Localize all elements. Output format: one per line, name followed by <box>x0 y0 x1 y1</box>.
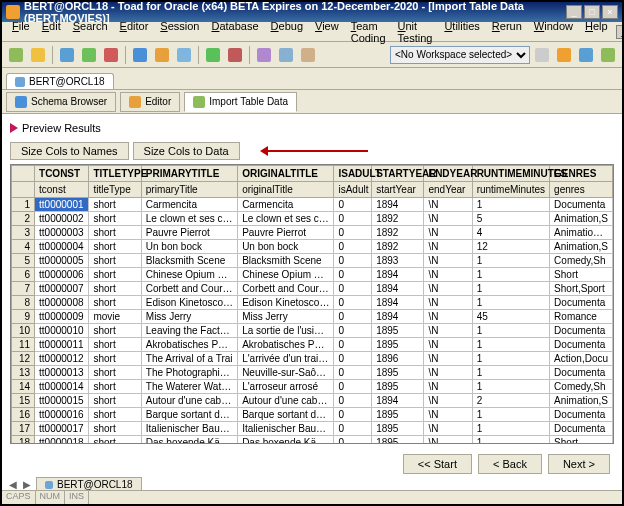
tabs-left-icon[interactable]: ◀ <box>6 479 20 490</box>
col-header-endyear[interactable]: ENDYEAR <box>424 166 472 182</box>
col-header-runtimeminutes[interactable]: runtimeMinutes <box>472 182 549 198</box>
data-grid[interactable]: TCONSTTITLETYPEPRIMARYTITLEORIGINALTITLE… <box>10 164 614 444</box>
menu-editor[interactable]: Editor <box>114 18 155 46</box>
tabs-right-icon[interactable]: ▶ <box>20 479 34 490</box>
menu-utilities[interactable]: Utilities <box>438 18 485 46</box>
table-row[interactable]: 2tt0000002shortLe clown et ses chienLe c… <box>12 212 613 226</box>
toolbar-misc2-icon[interactable] <box>276 45 296 65</box>
table-row[interactable]: 17tt0000017shortItalienischer BauerntIta… <box>12 422 613 436</box>
col-header-originaltitle[interactable]: ORIGINALTITLE <box>238 166 334 182</box>
toolbar-misc3-icon[interactable] <box>298 45 318 65</box>
toolbar-new-icon[interactable] <box>6 45 26 65</box>
menu-session[interactable]: Session <box>154 18 205 46</box>
table-row[interactable]: 9tt0000009movieMiss JerryMiss Jerry01894… <box>12 310 613 324</box>
toolbar-run-icon[interactable] <box>203 45 223 65</box>
menu-team-coding[interactable]: Team Coding <box>345 18 392 46</box>
col-header-startyear[interactable]: STARTYEAR <box>372 166 424 182</box>
menu-edit[interactable]: Edit <box>36 18 67 46</box>
wizard-nav: << Start < Back Next > <box>403 454 610 474</box>
content-area: Preview Results Size Cols to Names Size … <box>2 114 622 452</box>
connection-tab[interactable]: BERT@ORCL18 <box>6 73 114 89</box>
menu-rerun[interactable]: Rerun <box>486 18 528 46</box>
col-header-primarytitle[interactable]: PRIMARYTITLE <box>141 166 237 182</box>
col-header-primarytitle[interactable]: primaryTitle <box>141 182 237 198</box>
table-row[interactable]: 6tt0000006shortChinese Opium DenChinese … <box>12 268 613 282</box>
statusbar: CAPS NUM INS <box>2 490 622 504</box>
workspace-select[interactable]: <No Workspace selected> <box>390 46 530 64</box>
doc-tab-editor[interactable]: Editor <box>120 92 180 112</box>
table-row[interactable]: 7tt0000007shortCorbett and CourtneCorbet… <box>12 282 613 296</box>
col-header-tconst[interactable]: TCONST <box>35 166 89 182</box>
menu-file[interactable]: File <box>6 18 36 46</box>
table-row[interactable]: 11tt0000011shortAkrobatisches PotpoAkrob… <box>12 338 613 352</box>
start-button[interactable]: << Start <box>403 454 472 474</box>
document-tabs: Schema BrowserEditorImport Table Data <box>2 90 622 114</box>
table-row[interactable]: 18tt0000018shortDas boxende KängurDas bo… <box>12 436 613 445</box>
menu-search[interactable]: Search <box>67 18 114 46</box>
table-row[interactable]: 4tt0000004shortUn bon bockUn bon bock018… <box>12 240 613 254</box>
menu-view[interactable]: View <box>309 18 345 46</box>
size-cols-names-button[interactable]: Size Cols to Names <box>10 142 129 160</box>
toolbar-stop-icon[interactable] <box>225 45 245 65</box>
table-row[interactable]: 14tt0000014shortThe Waterer WatereL'arro… <box>12 380 613 394</box>
status-ins: INS <box>65 491 89 504</box>
col-header-tconst[interactable]: tconst <box>35 182 89 198</box>
toolbar-misc1-icon[interactable] <box>254 45 274 65</box>
table-row[interactable]: 1tt0000001shortCarmencitaCarmencita01894… <box>12 198 613 212</box>
doc-tab-import-table-data[interactable]: Import Table Data <box>184 92 297 112</box>
table-row[interactable]: 15tt0000015shortAutour d'une cabineAutou… <box>12 394 613 408</box>
toolbar-db-icon[interactable] <box>130 45 150 65</box>
preview-label: Preview Results <box>22 122 101 134</box>
next-button[interactable]: Next > <box>548 454 610 474</box>
toolbar-ws2-icon[interactable] <box>554 45 574 65</box>
col-header-endyear[interactable]: endYear <box>424 182 472 198</box>
connection-tabs: BERT@ORCL18 <box>2 68 622 90</box>
menu-unit-testing[interactable]: Unit Testing <box>392 18 439 46</box>
table-row[interactable]: 16tt0000016shortBarque sortant du poBarq… <box>12 408 613 422</box>
col-header-titletype[interactable]: titleType <box>89 182 141 198</box>
col-header-genres[interactable]: GENRES <box>550 166 613 182</box>
toolbar-commit-icon[interactable] <box>79 45 99 65</box>
col-header-originaltitle[interactable]: originalTitle <box>238 182 334 198</box>
toolbar-open-icon[interactable] <box>28 45 48 65</box>
table-row[interactable]: 3tt0000003shortPauvre PierrotPauvre Pier… <box>12 226 613 240</box>
mdi-minimize-button[interactable]: _ <box>616 25 624 39</box>
toolbar-ws4-icon[interactable] <box>598 45 618 65</box>
menu-database[interactable]: Database <box>205 18 264 46</box>
annotation-arrow-icon <box>268 150 368 152</box>
menu-debug[interactable]: Debug <box>265 18 309 46</box>
table-row[interactable]: 10tt0000010shortLeaving the FactoryLa so… <box>12 324 613 338</box>
back-button[interactable]: < Back <box>478 454 542 474</box>
doc-tab-schema-browser[interactable]: Schema Browser <box>6 92 116 112</box>
connection-tab-label: BERT@ORCL18 <box>29 76 105 87</box>
status-num: NUM <box>36 491 66 504</box>
toolbar-grid-icon[interactable] <box>174 45 194 65</box>
status-caps: CAPS <box>2 491 36 504</box>
size-cols-data-button[interactable]: Size Cols to Data <box>133 142 240 160</box>
toolbar-rollback-icon[interactable] <box>101 45 121 65</box>
menubar: FileEditSearchEditorSessionDatabaseDebug… <box>2 22 622 42</box>
menu-help[interactable]: Help <box>579 18 614 46</box>
col-header-genres[interactable]: genres <box>550 182 613 198</box>
table-row[interactable]: 5tt0000005shortBlacksmith SceneBlacksmit… <box>12 254 613 268</box>
col-header-isadult[interactable]: ISADULT <box>334 166 372 182</box>
toolbar-ws1-icon[interactable] <box>532 45 552 65</box>
main-toolbar: <No Workspace selected> <box>2 42 622 68</box>
table-row[interactable]: 13tt0000013shortThe Photographical CNeuv… <box>12 366 613 380</box>
table-row[interactable]: 12tt0000012shortThe Arrival of a TraiL'a… <box>12 352 613 366</box>
table-row[interactable]: 8tt0000008shortEdison Kinetoscopic FEdis… <box>12 296 613 310</box>
toolbar-sql-icon[interactable] <box>152 45 172 65</box>
col-header-titletype[interactable]: TITLETYPE <box>89 166 141 182</box>
col-header-startyear[interactable]: startYear <box>372 182 424 198</box>
preview-arrow-icon <box>10 123 18 133</box>
col-header-isadult[interactable]: isAdult <box>334 182 372 198</box>
toolbar-ws3-icon[interactable] <box>576 45 596 65</box>
col-header-runtimeminutes[interactable]: RUNTIMEMINUTES <box>472 166 549 182</box>
toolbar-session-icon[interactable] <box>57 45 77 65</box>
menu-window[interactable]: Window <box>528 18 579 46</box>
